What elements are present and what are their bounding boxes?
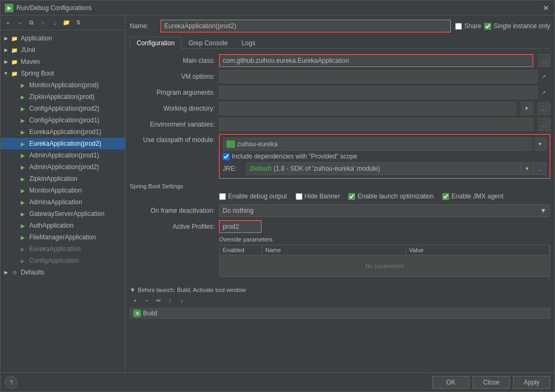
tree-label-springboot: Spring Boot [21,70,54,77]
main-class-input[interactable] [219,54,533,67]
tree-item-config[interactable]: ▶ ▶ ConfigApplication [1,255,125,266]
tree-item-zipkin[interactable]: ▶ ▶ ZipkinApplication [1,173,125,185]
share-label: Share [464,22,481,30]
close-icon[interactable]: ✕ [542,4,550,12]
launch-opt-checkbox[interactable] [348,193,355,200]
tree-item-gateway[interactable]: ▶ ▶ GatewayServerApplication [1,208,125,220]
tree-label-eureka: EurekaApplication [29,245,81,253]
run-icon-auth: ▶ [19,221,27,230]
working-dir-input[interactable] [219,102,516,115]
copy-config-button[interactable]: ⧉ [26,18,37,28]
tree-item-eureka-prod2[interactable]: ▶ ▶ EurekaApplication(prod2) [1,138,125,149]
tab-configuration[interactable]: Configuration [130,37,181,49]
hide-banner-checkbox[interactable] [296,193,302,200]
share-checkbox-item[interactable]: Share [455,22,481,30]
module-name: zuihou-eureka [237,140,278,148]
override-table: Enabled Name Value No parameters [219,245,550,277]
tab-grep-console[interactable]: Grep Console [181,37,234,49]
hide-banner-label: Hide Banner [305,193,340,200]
move-down-button[interactable]: ↓ [49,18,60,28]
tree-item-springboot[interactable]: ▼ 📁 Spring Boot [1,68,125,79]
single-instance-checkbox[interactable] [484,23,491,30]
table-body-empty: No parameters [220,255,550,277]
edit-before-launch-button[interactable]: ✏ [153,295,164,306]
env-vars-input[interactable] [219,118,533,131]
tree-label-monitor: MonitorApplication [29,187,82,194]
tree-item-admina[interactable]: ▶ ▶ AdminaApplication [1,196,125,208]
module-dropdown[interactable]: zuihou-eureka [223,138,532,151]
main-class-browse-button[interactable]: … [537,54,550,67]
col-name: Name [262,245,406,255]
tree-item-admin-prod1[interactable]: ▶ ▶ AdminApplication(prod1) [1,149,125,161]
main-class-row: Main class: … [130,54,550,67]
run-icon-monitor: ▶ [19,186,27,195]
active-profiles-input[interactable] [219,220,262,233]
down-before-launch-button[interactable]: ↓ [176,295,187,306]
hide-banner-item[interactable]: Hide Banner [296,193,340,200]
name-input[interactable] [161,20,451,32]
ok-button[interactable]: OK [432,376,469,389]
single-instance-checkbox-item[interactable]: Single instance only [484,22,550,30]
tree-label-admin-prod2: AdminApplication(prod2) [29,163,99,171]
working-dir-row: Working directory: ▼ … [130,102,550,115]
jmx-agent-checkbox[interactable] [442,193,449,200]
launch-opt-label: Enable launch optimization [357,193,433,200]
jmx-agent-item[interactable]: Enable JMX agent [442,193,503,200]
jre-arrow[interactable]: ▼ [521,162,534,175]
tab-logs[interactable]: Logs [234,37,262,49]
run-icon-eureka-prod1: ▶ [19,128,27,136]
vm-options-input[interactable] [219,70,537,83]
folder-icon-maven: 📁 [10,57,19,66]
help-button[interactable]: ? [5,376,18,389]
vm-expand-icon[interactable]: ↗ [542,70,550,83]
working-dir-browse-button[interactable]: … [537,102,550,115]
tree-item-application[interactable]: ▶ 📁 Application [1,32,125,44]
debug-output-item[interactable]: Enable debug output [219,193,287,200]
tab-content-configuration: Main class: … VM options: ↗ Program argu… [130,54,550,368]
tree-label-eureka-prod2: EurekaApplication(prod2) [29,140,101,147]
env-vars-browse-button[interactable]: … [537,118,550,131]
remove-before-launch-button[interactable]: − [141,295,152,306]
tree-item-defaults[interactable]: ▶ ⚙ Defaults [1,266,125,278]
classpath-label: Use classpath of module: [130,136,215,144]
module-arrow[interactable]: ▼ [534,138,546,151]
up-before-launch-button[interactable]: ↑ [165,295,175,306]
tree-item-eureka[interactable]: ▶ ▶ EurekaApplication [1,243,125,255]
jre-browse-button[interactable]: … [534,162,546,175]
tree-item-monitor-prod[interactable]: ▶ ▶ MonitorApplication(prod) [1,79,125,91]
move-up-button[interactable]: ↑ [38,18,48,28]
remove-config-button[interactable]: − [14,18,25,28]
jre-input[interactable]: Default (1.8 - SDK of 'zuihou-eureka' mo… [246,162,521,175]
on-frame-select[interactable]: Do nothing ▼ [219,204,550,217]
tree-item-zipkin-prod[interactable]: ▶ ▶ ZipkinApplication(prod) [1,91,125,103]
share-checkbox[interactable] [455,23,462,30]
left-toolbar: + − ⧉ ↑ ↓ 📁 ⇅ [1,15,125,30]
close-button[interactable]: Close [473,376,510,389]
tree-item-auth[interactable]: ▶ ▶ AuthApplication [1,220,125,231]
args-expand-icon[interactable]: ↗ [542,86,550,99]
debug-output-checkbox[interactable] [219,193,226,200]
working-dir-dropdown[interactable]: ▼ [520,102,533,115]
window-title: Run/Debug Configurations [16,4,542,12]
add-config-button[interactable]: + [3,18,13,28]
before-launch-arrow[interactable]: ▼ [130,287,136,293]
launch-opt-item[interactable]: Enable launch optimization [348,193,433,200]
tree-label-config-prod1: ConfigApplication(prod1) [29,116,99,124]
apply-button[interactable]: Apply [513,376,550,389]
tree-item-filemanager[interactable]: ▶ ▶ FileManagerApplication [1,231,125,243]
sort-button[interactable]: ⇅ [73,18,83,28]
run-icon-zipkin-prod: ▶ [19,93,27,101]
program-args-input[interactable] [219,86,537,99]
tree-item-monitor[interactable]: ▶ ▶ MonitorApplication [1,185,125,196]
vm-options-label: VM options: [130,73,215,80]
main-content: + − ⧉ ↑ ↓ 📁 ⇅ ▶ 📁 Application ▶ 📁 [1,15,554,372]
tree-item-junit[interactable]: ▶ 📁 JUnit [1,44,125,56]
add-before-launch-button[interactable]: + [130,295,140,306]
include-deps-checkbox[interactable] [223,153,230,160]
tree-item-config-prod1[interactable]: ▶ ▶ ConfigApplication(prod1) [1,114,125,126]
folder-button[interactable]: 📁 [61,18,72,28]
tree-item-admin-prod2[interactable]: ▶ ▶ AdminApplication(prod2) [1,161,125,173]
tree-item-eureka-prod1[interactable]: ▶ ▶ EurekaApplication(prod1) [1,126,125,138]
tree-item-maven[interactable]: ▶ 📁 Maven [1,56,125,68]
tree-item-config-prod2[interactable]: ▶ ▶ ConfigApplication(prod2) [1,103,125,114]
